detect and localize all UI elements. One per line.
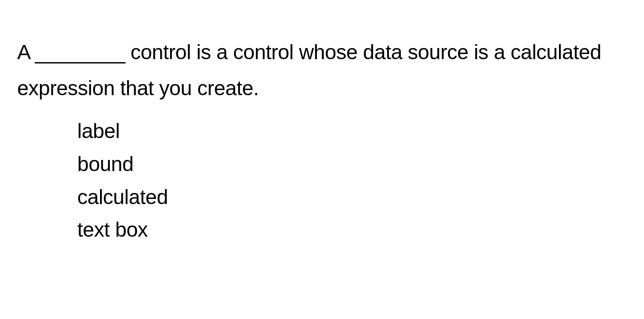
option-a[interactable]: label [77, 115, 627, 148]
option-c[interactable]: calculated [77, 181, 627, 214]
answer-options: label bound calculated text box [17, 115, 627, 247]
question-text: A ________ control is a control whose da… [17, 34, 627, 106]
option-b[interactable]: bound [77, 148, 627, 181]
option-d[interactable]: text box [77, 214, 627, 247]
